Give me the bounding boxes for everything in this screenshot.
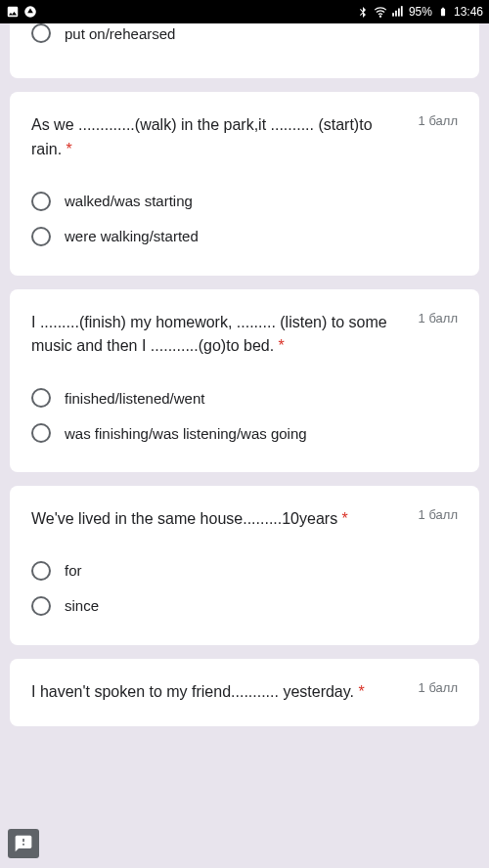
radio-option[interactable]: since xyxy=(31,588,458,624)
radio-option[interactable]: for xyxy=(31,553,458,588)
wifi-icon xyxy=(374,5,387,19)
bluetooth-icon xyxy=(356,5,370,19)
svg-rect-3 xyxy=(395,11,397,17)
radio-icon xyxy=(31,596,51,616)
question-text: As we .............(walk) in the park,it… xyxy=(31,113,407,162)
points-label: 1 балл xyxy=(419,311,458,326)
radio-icon xyxy=(31,23,51,43)
question-body: I .........(finish) my homework, .......… xyxy=(31,314,387,355)
question-text: I .........(finish) my homework, .......… xyxy=(31,311,407,360)
radio-icon xyxy=(31,561,51,581)
clock-time: 13:46 xyxy=(454,5,483,19)
radio-option[interactable]: walked/was starting xyxy=(31,184,458,219)
status-left xyxy=(6,5,37,19)
radio-option[interactable]: put on/rehearsed xyxy=(31,23,458,51)
option-label: since xyxy=(65,597,99,614)
radio-option[interactable]: were walking/started xyxy=(31,219,458,254)
points-label: 1 балл xyxy=(419,680,458,695)
points-label: 1 балл xyxy=(419,507,458,522)
radio-option[interactable]: was finishing/was listening/was going xyxy=(31,415,458,451)
status-bar: 95% 13:46 xyxy=(0,0,489,23)
question-text: I haven't spoken to my friend...........… xyxy=(31,680,407,705)
points-label: 1 балл xyxy=(419,113,458,128)
option-label: finished/listened/went xyxy=(65,390,204,407)
svg-rect-2 xyxy=(392,13,394,17)
radio-option[interactable]: finished/listened/went xyxy=(31,380,458,415)
required-marker: * xyxy=(342,510,348,527)
battery-icon xyxy=(436,5,450,19)
feedback-button[interactable] xyxy=(8,829,39,858)
required-marker: * xyxy=(358,683,364,700)
question-body: As we .............(walk) in the park,it… xyxy=(31,116,373,157)
svg-rect-4 xyxy=(398,9,400,17)
update-icon xyxy=(23,5,37,19)
question-card: We've lived in the same house.........10… xyxy=(10,486,479,645)
question-body: We've lived in the same house.........10… xyxy=(31,510,337,527)
question-card: I haven't spoken to my friend...........… xyxy=(10,659,479,726)
option-label: was finishing/was listening/was going xyxy=(65,425,307,442)
radio-icon xyxy=(31,423,51,443)
required-marker: * xyxy=(67,141,72,157)
signal-icon xyxy=(391,5,405,19)
status-right: 95% 13:46 xyxy=(356,5,483,19)
question-text: We've lived in the same house.........10… xyxy=(31,507,407,532)
radio-icon xyxy=(31,388,51,408)
svg-point-1 xyxy=(379,16,380,17)
image-icon xyxy=(6,5,20,19)
feedback-icon xyxy=(14,834,33,853)
option-label: put on/rehearsed xyxy=(65,25,175,42)
required-marker: * xyxy=(279,337,285,354)
option-label: were walking/started xyxy=(65,228,199,244)
svg-rect-5 xyxy=(401,6,403,17)
battery-percentage: 95% xyxy=(409,5,432,19)
question-body: I haven't spoken to my friend...........… xyxy=(31,683,354,700)
option-label: for xyxy=(65,562,82,579)
radio-icon xyxy=(31,192,51,211)
question-card: I .........(finish) my homework, .......… xyxy=(10,289,479,473)
question-card-partial: put on/rehearsed xyxy=(10,23,479,78)
question-card: As we .............(walk) in the park,it… xyxy=(10,92,479,276)
option-label: walked/was starting xyxy=(65,193,193,209)
radio-icon xyxy=(31,227,51,246)
form-content: put on/rehearsed As we .............(wal… xyxy=(0,23,489,726)
